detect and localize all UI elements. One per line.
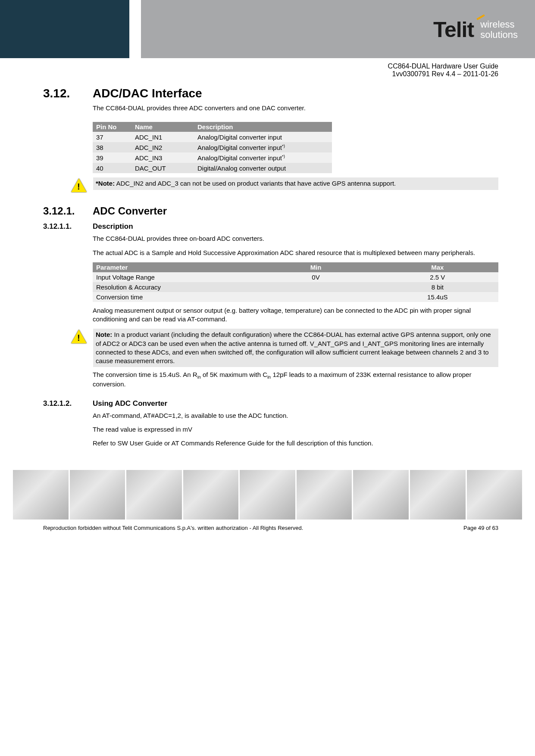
using-adc-p3: Refer to SW User Guide or AT Commands Re… [93, 439, 498, 448]
cell-pin: 38 [93, 142, 131, 152]
footer-thumb [240, 470, 295, 520]
param-th-max: Max [377, 262, 498, 272]
conv-time-p: The conversion time is 15.4uS. An Rin of… [93, 370, 498, 389]
footer-image-strip [0, 470, 535, 520]
section-title-3-12-1: ADC Converter [93, 205, 498, 217]
table-row: 40 DAC_OUT Digital/Analog converter outp… [93, 163, 332, 173]
cell-param: Conversion time [93, 292, 255, 302]
table-row: 39 ADC_IN3 Analog/Digital converter inpu… [93, 152, 332, 163]
cell-max: 8 bit [377, 282, 498, 292]
footer-thumb [183, 470, 239, 520]
doc-header: CC864-DUAL Hardware User Guide 1vv030079… [0, 62, 498, 78]
pin-th-pin: Pin No [93, 122, 131, 132]
warning-icon [71, 178, 87, 192]
note-text: Note: In a product variant (including th… [93, 329, 498, 367]
logo-tag-line1: wireless [480, 19, 518, 30]
section-title-3-12-1-1: Description [93, 222, 498, 231]
cell-param: Input Voltage Range [93, 272, 255, 282]
cell-name: DAC_OUT [131, 163, 194, 173]
footer-thumb [353, 470, 409, 520]
cell-name: ADC_IN2 [131, 142, 194, 152]
note-label: Note: [96, 331, 112, 338]
table-row: 38 ADC_IN2 Analog/Digital converter inpu… [93, 142, 332, 152]
section-number-3-12: 3.12. [43, 87, 93, 118]
footer-thumb [126, 470, 182, 520]
cell-min: 0V [255, 272, 376, 282]
footer-thumb [13, 470, 69, 520]
header-banner: Telit wireless solutions [0, 0, 535, 58]
cell-min [255, 282, 376, 292]
doc-title: CC864-DUAL Hardware User Guide [0, 62, 498, 70]
footer-thumb [467, 470, 522, 520]
table-row: Conversion time 15.4uS [93, 292, 498, 302]
cell-pin: 37 [93, 132, 131, 142]
desc-p2: The actual ADC is a Sample and Hold Succ… [93, 249, 498, 257]
desc-p1: The CC864-DUAL provides three on-board A… [93, 234, 498, 243]
cell-desc: Analog/Digital converter input*) [194, 142, 332, 152]
cell-max: 2.5 V [377, 272, 498, 282]
table-row: Input Voltage Range 0V 2.5 V [93, 272, 498, 282]
section-title-3-12: ADC/DAC Interface [93, 87, 498, 100]
footer: Reproduction forbidden without Telit Com… [43, 525, 498, 531]
footer-thumb [70, 470, 125, 520]
cell-param: Resolution & Accuracy [93, 282, 255, 292]
logo-name: Telit [433, 18, 474, 42]
param-th-min: Min [255, 262, 376, 272]
table-header-row: Parameter Min Max [93, 262, 498, 272]
pin-table: Pin No Name Description 37 ADC_IN1 Analo… [93, 122, 332, 173]
cell-desc: Analog/Digital converter input [194, 132, 332, 142]
logo-tagline: wireless solutions [480, 19, 518, 40]
footer-page: Page 49 of 63 [463, 525, 498, 531]
warning-note-2: Note: In a product variant (including th… [93, 329, 498, 367]
cell-desc: Digital/Analog converter output [194, 163, 332, 173]
table-row: 37 ADC_IN1 Analog/Digital converter inpu… [93, 132, 332, 142]
after-param-p: Analog measurement output or sensor outp… [93, 306, 498, 324]
section-number-3-12-1: 3.12.1. [43, 205, 93, 217]
logo-text: Telit [433, 17, 474, 42]
logo: Telit wireless solutions [433, 17, 518, 42]
using-adc-p1: An AT-command, AT#ADC=1,2, is available … [93, 411, 498, 420]
pin-th-name: Name [131, 122, 194, 132]
cell-min [255, 292, 376, 302]
section-title-3-12-1-2: Using ADC Converter [93, 399, 498, 408]
logo-tag-line2: solutions [480, 30, 518, 40]
section-3-12-intro: The CC864-DUAL provides three ADC conver… [93, 104, 498, 112]
cell-desc: Analog/Digital converter input*) [194, 152, 332, 163]
footer-thumb [410, 470, 466, 520]
note-label: *Note: [96, 180, 115, 187]
cell-pin: 39 [93, 152, 131, 163]
table-header-row: Pin No Name Description [93, 122, 332, 132]
section-number-3-12-1-1: 3.12.1.1. [43, 222, 93, 394]
cell-name: ADC_IN1 [131, 132, 194, 142]
param-table: Parameter Min Max Input Voltage Range 0V… [93, 262, 498, 302]
param-th-parameter: Parameter [93, 262, 255, 272]
pin-th-desc: Description [194, 122, 332, 132]
cell-pin: 40 [93, 163, 131, 173]
section-number-3-12-1-2: 3.12.1.2. [43, 399, 93, 453]
banner-white-stripe [129, 0, 141, 58]
warning-note-1: *Note: ADC_IN2 and ADC_3 can not be used… [93, 177, 498, 192]
footer-thumb [297, 470, 352, 520]
cell-max: 15.4uS [377, 292, 498, 302]
warning-icon [71, 330, 87, 343]
banner-dark-block [0, 0, 129, 58]
footer-copyright: Reproduction forbidden without Telit Com… [43, 525, 303, 531]
table-row: Resolution & Accuracy 8 bit [93, 282, 498, 292]
note-body: ADC_IN2 and ADC_3 can not be used on pro… [115, 180, 396, 187]
using-adc-p2: The read value is expressed in mV [93, 425, 498, 434]
note-body: In a product variant (including the defa… [96, 331, 491, 364]
doc-rev: 1vv0300791 Rev 4.4 – 2011-01-26 [0, 70, 498, 78]
note-text: *Note: ADC_IN2 and ADC_3 can not be used… [93, 177, 498, 190]
cell-name: ADC_IN3 [131, 152, 194, 163]
